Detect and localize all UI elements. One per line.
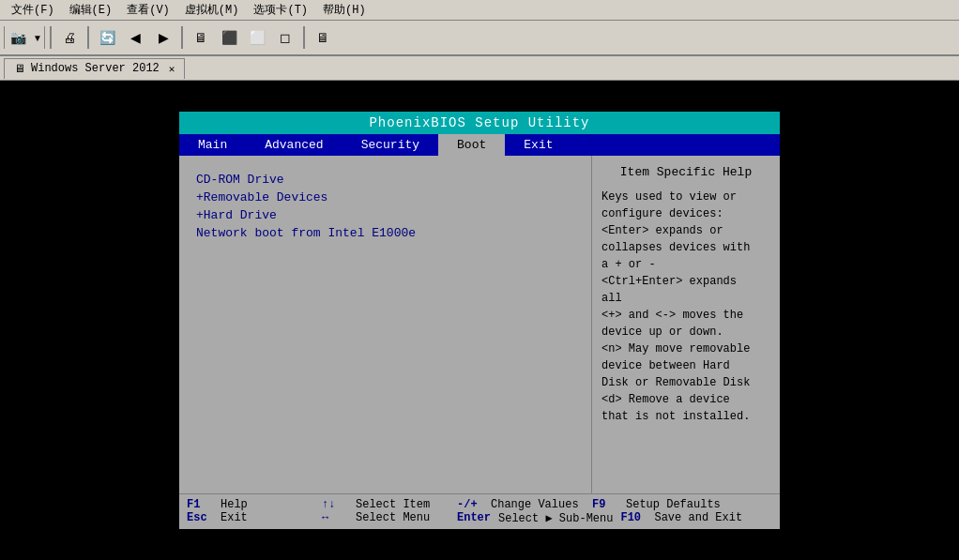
desc-change-values: Change Values xyxy=(491,498,585,511)
boot-entry-cdrom[interactable]: CD-ROM Drive xyxy=(190,171,580,189)
desc-setup-defaults: Setup Defaults xyxy=(626,498,721,511)
bios-right-panel: Item Specific Help Keys used to view or … xyxy=(592,156,780,493)
bios-title: PhoenixBIOS Setup Utility xyxy=(179,112,780,134)
connect-btn[interactable]: ⬛ xyxy=(216,24,242,51)
desc-help: Help xyxy=(221,498,314,511)
bios-nav-advanced[interactable]: Advanced xyxy=(246,134,342,156)
key-updown: ↑↓ xyxy=(322,498,348,511)
vm-tab-windows[interactable]: 🖥 Windows Server 2012 ✕ xyxy=(4,58,185,79)
boot-entry-harddrive[interactable]: +Hard Drive xyxy=(190,206,580,224)
sep3 xyxy=(181,26,183,49)
menu-edit[interactable]: 编辑(E) xyxy=(62,0,120,20)
snapshot-dropdown[interactable]: ▼ xyxy=(31,24,44,51)
bios-footer-row2: Esc Exit ↔ Select Menu Enter Select ▶ Su… xyxy=(187,511,772,525)
tab-bar: 🖥 Windows Server 2012 ✕ xyxy=(0,56,959,81)
menu-vm[interactable]: 虚拟机(M) xyxy=(177,0,247,20)
desc-select-submenu: Select ▶ Sub-Menu xyxy=(498,511,613,525)
refresh-btn[interactable]: 🔄 xyxy=(94,24,120,51)
key-plusminus: -/+ xyxy=(457,498,483,511)
main-content: PhoenixBIOS Setup Utility Main Advanced … xyxy=(0,81,959,560)
display-btn[interactable]: 🖥 xyxy=(188,24,214,51)
key-f10: F10 xyxy=(620,511,647,525)
key-f1: F1 xyxy=(187,498,213,511)
back-btn[interactable]: ◀ xyxy=(122,24,148,51)
key-enter: Enter xyxy=(457,511,491,525)
vm-tab-label: Windows Server 2012 xyxy=(31,62,160,75)
snapshot-btn[interactable]: 📷 xyxy=(5,24,31,51)
bios-footer: F1 Help ↑↓ Select Item -/+ Change Values… xyxy=(179,493,780,529)
bios-nav-boot[interactable]: Boot xyxy=(438,134,505,156)
monitor-btn[interactable]: 🖥 xyxy=(310,24,336,51)
bios-nav: Main Advanced Security Boot Exit xyxy=(179,134,780,156)
desc-select-item: Select Item xyxy=(356,498,449,511)
bios-help-title: Item Specific Help xyxy=(601,165,770,179)
key-leftright: ↔ xyxy=(322,511,348,525)
desc-exit: Exit xyxy=(221,511,314,525)
sep4 xyxy=(303,26,305,49)
bios-footer-row1: F1 Help ↑↓ Select Item -/+ Change Values… xyxy=(187,498,772,511)
vm-tab-close[interactable]: ✕ xyxy=(169,63,175,75)
key-f9: F9 xyxy=(592,498,618,511)
bios-left-panel: CD-ROM Drive +Removable Devices +Hard Dr… xyxy=(179,156,592,493)
fit-btn[interactable]: ⬜ xyxy=(244,24,270,51)
desc-save-exit: Save and Exit xyxy=(654,511,748,525)
vm-icon: 🖥 xyxy=(14,62,27,75)
snapshot-group: 📷 ▼ xyxy=(4,26,45,49)
desc-select-menu: Select Menu xyxy=(356,511,449,525)
toolbar: 📷 ▼ 🖨 🔄 ◀ ▶ 🖥 ⬛ ⬜ ◻ 🖥 xyxy=(0,21,959,56)
menu-tabs[interactable]: 选项卡(T) xyxy=(246,0,315,20)
boot-entry-network[interactable]: Network boot from Intel E1000e xyxy=(190,224,580,242)
bios-nav-security[interactable]: Security xyxy=(342,134,438,156)
bios-help-text: Keys used to view or configure devices: … xyxy=(601,189,770,425)
bios-window: PhoenixBIOS Setup Utility Main Advanced … xyxy=(179,112,780,529)
boot-entry-removable[interactable]: +Removable Devices xyxy=(190,189,580,206)
sep2 xyxy=(87,26,89,49)
menu-file[interactable]: 文件(F) xyxy=(4,0,62,20)
sep1 xyxy=(50,26,52,49)
menu-view[interactable]: 查看(V) xyxy=(119,0,177,20)
bios-nav-main[interactable]: Main xyxy=(179,134,246,156)
bios-nav-exit[interactable]: Exit xyxy=(505,134,571,156)
forward-btn[interactable]: ▶ xyxy=(150,24,176,51)
full-btn[interactable]: ◻ xyxy=(272,24,298,51)
print-btn[interactable]: 🖨 xyxy=(56,24,83,51)
bios-body: CD-ROM Drive +Removable Devices +Hard Dr… xyxy=(179,156,780,493)
key-esc: Esc xyxy=(187,511,213,525)
top-menubar: 文件(F) 编辑(E) 查看(V) 虚拟机(M) 选项卡(T) 帮助(H) xyxy=(0,0,959,21)
menu-help[interactable]: 帮助(H) xyxy=(315,0,373,20)
